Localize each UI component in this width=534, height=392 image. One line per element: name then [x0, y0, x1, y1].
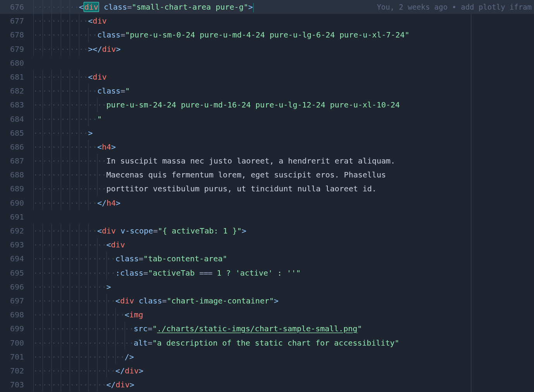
line-number[interactable]: 685 — [0, 126, 33, 140]
code-line[interactable]: 697<div class="chart-image-container"> — [0, 294, 534, 308]
code-content[interactable]: > — [88, 126, 534, 140]
code-line[interactable]: 695:class="activeTab === 1 ? 'active' : … — [0, 266, 534, 280]
indent-guides — [33, 168, 106, 182]
indent-guides — [33, 364, 115, 378]
line-number[interactable]: 690 — [0, 196, 33, 210]
code-content[interactable] — [33, 210, 534, 224]
line-number[interactable]: 681 — [0, 70, 33, 84]
line-number[interactable]: 702 — [0, 364, 33, 378]
line-number[interactable]: 692 — [0, 224, 33, 238]
indent-guides — [33, 42, 88, 56]
indent-guides — [33, 154, 106, 168]
line-number[interactable]: 686 — [0, 140, 33, 154]
line-number[interactable]: 700 — [0, 336, 33, 350]
indent-guides — [33, 182, 106, 196]
code-line[interactable]: 703</div> — [0, 378, 534, 392]
code-line[interactable]: 685> — [0, 126, 534, 140]
code-content[interactable]: In suscipit massa nec justo laoreet, a h… — [106, 154, 534, 168]
code-line[interactable]: 677<div — [0, 14, 534, 28]
indent-guides — [33, 378, 106, 392]
line-number[interactable]: 701 — [0, 350, 33, 364]
line-number[interactable]: 684 — [0, 112, 33, 126]
code-content[interactable] — [33, 56, 534, 70]
line-number[interactable]: 679 — [0, 42, 33, 56]
code-content[interactable]: <div v-scope="{ activeTab: 1 }"> — [97, 224, 534, 238]
indent-guides — [33, 238, 106, 252]
code-line[interactable]: 692<div v-scope="{ activeTab: 1 }"> — [0, 224, 534, 238]
code-content[interactable]: Maecenas quis fermentum lorem, eget susc… — [106, 168, 534, 182]
code-content[interactable]: <h4> — [97, 140, 534, 154]
code-content[interactable]: alt="a description of the static chart f… — [134, 336, 534, 350]
matching-tag-highlight: div — [84, 2, 99, 12]
code-line[interactable]: 691 — [0, 210, 534, 224]
code-line[interactable]: 698<img — [0, 308, 534, 322]
code-line[interactable]: 682class=" — [0, 84, 534, 98]
line-number[interactable]: 703 — [0, 378, 33, 392]
code-content[interactable]: porttitor vestibulum purus, ut tincidunt… — [106, 182, 534, 196]
line-number[interactable]: 678 — [0, 28, 33, 42]
line-number[interactable]: 687 — [0, 154, 33, 168]
code-line[interactable]: 681<div — [0, 70, 534, 84]
code-content[interactable]: class="tab-content-area" — [115, 252, 534, 266]
code-content[interactable]: class="pure-u-sm-0-24 pure-u-md-4-24 pur… — [97, 28, 534, 42]
line-number[interactable]: 689 — [0, 182, 33, 196]
code-line[interactable]: 693<div — [0, 238, 534, 252]
code-content[interactable]: src="./charts/static-imgs/chart-sample-s… — [134, 322, 534, 336]
indent-guides — [33, 196, 97, 210]
code-content[interactable]: " — [97, 112, 534, 126]
code-line[interactable]: 684" — [0, 112, 534, 126]
code-content[interactable]: > — [106, 280, 534, 294]
code-content[interactable]: class=" — [97, 84, 534, 98]
code-content[interactable]: </div> — [106, 378, 534, 392]
code-line[interactable]: 688Maecenas quis fermentum lorem, eget s… — [0, 168, 534, 182]
code-content[interactable]: <div — [88, 14, 534, 28]
code-content[interactable]: <div class="chart-image-container"> — [115, 294, 534, 308]
line-number[interactable]: 695 — [0, 266, 33, 280]
code-content[interactable]: <div — [88, 70, 534, 84]
indent-guides — [33, 126, 88, 140]
indent-guides — [33, 350, 125, 364]
code-line[interactable]: 700alt="a description of the static char… — [0, 336, 534, 350]
code-content[interactable]: <img — [125, 308, 534, 322]
code-line[interactable]: 694class="tab-content-area" — [0, 252, 534, 266]
code-line[interactable]: 702</div> — [0, 364, 534, 378]
line-number[interactable]: 699 — [0, 322, 33, 336]
git-blame-annotation[interactable]: You, 2 weeks ago • add plotly ifram — [377, 0, 532, 14]
line-number[interactable]: 680 — [0, 56, 33, 70]
line-number[interactable]: 698 — [0, 308, 33, 322]
line-number[interactable]: 676 — [0, 0, 33, 14]
line-number[interactable]: 696 — [0, 280, 33, 294]
code-line[interactable]: 690</h4> — [0, 196, 534, 210]
line-number[interactable]: 688 — [0, 168, 33, 182]
code-editor[interactable]: 676<div class="small-chart-area pure-g">… — [0, 0, 534, 392]
code-line[interactable]: 687In suscipit massa nec justo laoreet, … — [0, 154, 534, 168]
code-line[interactable]: 679></div> — [0, 42, 534, 56]
line-number[interactable]: 682 — [0, 84, 33, 98]
code-line[interactable]: 680 — [0, 56, 534, 70]
code-line[interactable]: 678class="pure-u-sm-0-24 pure-u-md-4-24 … — [0, 28, 534, 42]
code-line[interactable]: 689porttitor vestibulum purus, ut tincid… — [0, 182, 534, 196]
code-line[interactable]: 699src="./charts/static-imgs/chart-sampl… — [0, 322, 534, 336]
code-content[interactable]: ></div> — [88, 42, 534, 56]
code-content[interactable]: :class="activeTab === 1 ? 'active' : ''" — [115, 266, 534, 280]
code-content[interactable]: pure-u-sm-24-24 pure-u-md-16-24 pure-u-l… — [106, 98, 534, 112]
line-number[interactable]: 691 — [0, 210, 33, 224]
code-content[interactable]: <div — [106, 238, 534, 252]
indent-guides — [33, 0, 79, 14]
code-line[interactable]: 683pure-u-sm-24-24 pure-u-md-16-24 pure-… — [0, 98, 534, 112]
indent-guides — [33, 70, 88, 84]
line-number[interactable]: 683 — [0, 98, 33, 112]
indent-guides — [33, 140, 97, 154]
code-line[interactable]: 701/> — [0, 350, 534, 364]
line-number[interactable]: 697 — [0, 294, 33, 308]
code-line[interactable]: 696> — [0, 280, 534, 294]
line-number[interactable]: 693 — [0, 238, 33, 252]
line-number[interactable]: 677 — [0, 14, 33, 28]
code-line[interactable]: 686<h4> — [0, 140, 534, 154]
indent-guides — [33, 28, 97, 42]
line-number[interactable]: 694 — [0, 252, 33, 266]
code-content[interactable]: /> — [125, 350, 534, 364]
code-content[interactable]: </div> — [115, 364, 534, 378]
code-content[interactable]: </h4> — [97, 196, 534, 210]
indent-guides — [33, 294, 115, 308]
